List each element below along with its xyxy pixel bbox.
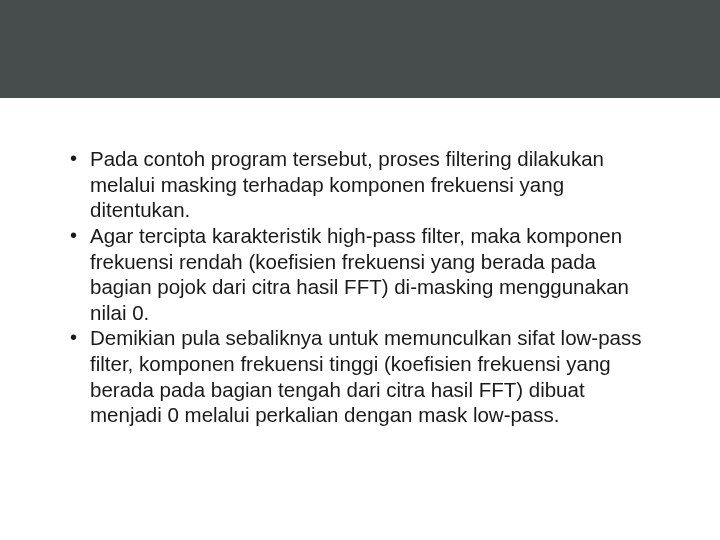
slide-header-bar	[0, 0, 720, 98]
list-item: Pada contoh program tersebut, proses fil…	[68, 146, 652, 223]
list-item: Demikian pula sebaliknya untuk memunculk…	[68, 325, 652, 428]
bullet-list: Pada contoh program tersebut, proses fil…	[68, 146, 652, 428]
slide-body: Pada contoh program tersebut, proses fil…	[0, 98, 720, 428]
list-item: Agar tercipta karakteristik high-pass fi…	[68, 223, 652, 326]
